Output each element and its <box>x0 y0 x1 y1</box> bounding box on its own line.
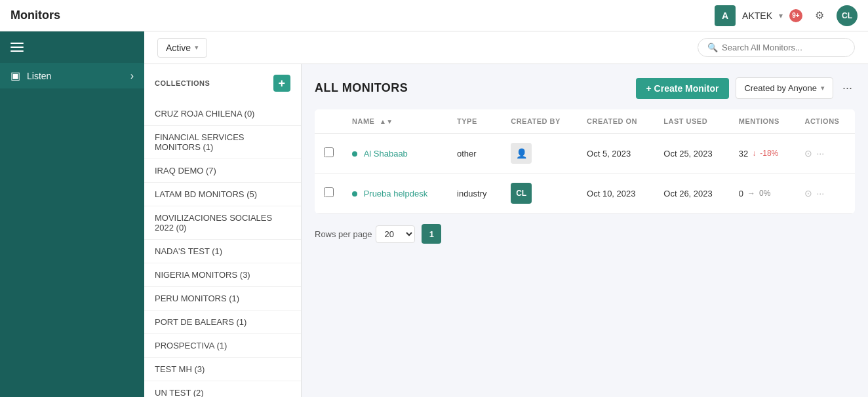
sidebar-item-listen[interactable]: ▣ Listen › <box>0 63 144 88</box>
rows-per-page-select[interactable]: 20 50 100 <box>376 225 415 243</box>
collection-count: (1) <box>237 317 247 327</box>
sidebar-toggle[interactable] <box>0 31 144 63</box>
app-title: Monitors <box>10 9 60 22</box>
created-by-label: Created by Anyone <box>744 83 817 93</box>
table-row: Prueba helpdesk industry CL Oct 10, 2023… <box>315 174 855 214</box>
sidebar-chevron: › <box>130 70 134 82</box>
collection-name: MOVILIZACIONES SOCIALES 2022 <box>155 213 272 233</box>
collection-count: (3) <box>194 364 205 374</box>
collection-count: (2) <box>193 388 204 397</box>
svg-rect-2 <box>10 50 24 52</box>
collection-count: (1) <box>229 293 239 303</box>
search-icon: 🔍 <box>707 43 718 52</box>
list-item[interactable]: NADA'S TEST (1) <box>144 240 301 263</box>
collection-count: (5) <box>247 189 257 199</box>
content-area: Active ▾ 🔍 COLLECTIONS + CRUZ ROJA CHILE… <box>144 31 868 397</box>
monitor-action-icon[interactable]: ⊙ <box>804 188 812 198</box>
list-item[interactable]: IRAQ DEMO (7) <box>144 159 301 183</box>
table-header-row: NAME ▲▼ TYPE CREATED BY CREATED ON LAST … <box>315 109 855 134</box>
sidebar-item-listen-left: ▣ Listen <box>10 69 51 82</box>
user-avatar-cl[interactable]: CL <box>837 5 858 26</box>
list-item[interactable]: MOVILIZACIONES SOCIALES 2022 (0) <box>144 206 301 240</box>
row-checkbox[interactable] <box>324 187 334 197</box>
header-last-used: LAST USED <box>654 109 729 134</box>
list-item[interactable]: NIGERIA MONITORS (3) <box>144 263 301 287</box>
topnav: Monitors A AKTEK ▾ 9+ ⚙ CL <box>0 0 868 31</box>
user-chevron[interactable]: ▾ <box>779 11 783 20</box>
more-row-icon[interactable]: ··· <box>816 148 824 159</box>
mentions-cell: 0 → 0% <box>739 189 787 198</box>
collection-name: FINANCIAL SERVICES MONITORS <box>155 132 245 152</box>
sidebar-item-listen-label: Listen <box>27 71 51 81</box>
list-item[interactable]: PROSPECTIVA (1) <box>144 334 301 358</box>
menu-icon <box>10 41 24 54</box>
svg-rect-0 <box>10 43 24 44</box>
list-item[interactable]: TEST MH (3) <box>144 358 301 381</box>
main-layout: ▣ Listen › Active ▾ 🔍 COLLECTIONS <box>0 31 868 397</box>
row-created-by: 👤 <box>502 134 578 174</box>
trend-value: -18% <box>760 149 778 158</box>
status-dot <box>352 191 357 197</box>
header-name: NAME ▲▼ <box>343 109 448 134</box>
collection-name: IRAQ DEMO <box>155 166 203 176</box>
collection-name: TEST MH <box>155 364 192 374</box>
rows-per-page: Rows per page 20 50 100 <box>315 225 415 243</box>
monitor-name-link[interactable]: Al Shabaab <box>364 149 408 159</box>
created-by-dropdown[interactable]: Created by Anyone ▾ <box>736 77 833 99</box>
collection-count: (7) <box>206 166 216 176</box>
list-item[interactable]: PORT DE BALEARS (1) <box>144 311 301 334</box>
collection-name: LATAM BD MONITORS <box>155 189 245 199</box>
notification-badge[interactable]: 9+ <box>789 9 802 22</box>
avatar: CL <box>511 183 532 204</box>
trend-down-icon: ↓ <box>752 149 756 158</box>
avatar: 👤 <box>511 143 532 164</box>
list-item[interactable]: PERU MONITORS (1) <box>144 287 301 311</box>
monitors-area: COLLECTIONS + CRUZ ROJA CHILENA (0) FINA… <box>144 64 868 397</box>
search-input[interactable] <box>722 43 845 52</box>
search-box: 🔍 <box>698 38 855 57</box>
header-mentions: MENTIONS <box>730 109 796 134</box>
list-item[interactable]: UN TEST (2) <box>144 381 301 397</box>
page-1-button[interactable]: 1 <box>422 224 441 244</box>
row-checkbox[interactable] <box>324 147 334 157</box>
created-by-chevron: ▾ <box>821 84 825 92</box>
active-label: Active <box>166 43 191 53</box>
mentions-count: 32 <box>739 149 748 159</box>
settings-icon[interactable]: ⚙ <box>809 5 830 26</box>
monitor-name-link[interactable]: Prueba helpdesk <box>364 189 428 198</box>
more-options-icon[interactable]: ··· <box>840 79 855 98</box>
more-row-icon[interactable]: ··· <box>816 188 824 198</box>
create-monitor-button[interactable]: + Create Monitor <box>636 78 730 99</box>
monitor-action-icon[interactable]: ⊙ <box>804 148 812 159</box>
header-type: TYPE <box>448 109 502 134</box>
sub-header: Active ▾ 🔍 <box>144 31 868 64</box>
collection-name: CRUZ ROJA CHILENA <box>155 109 242 119</box>
collection-name: NADA'S TEST <box>155 246 210 256</box>
collections-panel: COLLECTIONS + CRUZ ROJA CHILENA (0) FINA… <box>144 64 302 397</box>
list-item[interactable]: FINANCIAL SERVICES MONITORS (1) <box>144 126 301 159</box>
monitors-table-area: ALL MONITORS + Create Monitor Created by… <box>302 64 868 397</box>
row-actions-cell: ⊙ ··· <box>804 148 846 159</box>
pagination: Rows per page 20 50 100 1 <box>315 224 855 244</box>
row-created-by: CL <box>502 174 578 214</box>
collection-name: NIGERIA MONITORS <box>155 270 237 280</box>
monitors-header: ALL MONITORS + Create Monitor Created by… <box>315 77 855 99</box>
monitors-header-right: + Create Monitor Created by Anyone ▾ ··· <box>636 77 855 99</box>
list-item[interactable]: LATAM BD MONITORS (5) <box>144 183 301 206</box>
header-created-on: CREATED ON <box>578 109 654 134</box>
list-item[interactable]: CRUZ ROJA CHILENA (0) <box>144 102 301 126</box>
row-mentions: 32 ↓ -18% <box>730 134 796 174</box>
sort-icon[interactable]: ▲▼ <box>380 118 393 125</box>
active-dropdown[interactable]: Active ▾ <box>157 38 207 58</box>
collection-name: PORT DE BALEARS <box>155 317 234 327</box>
user-avatar-a: A <box>715 5 736 26</box>
row-actions-cell: ⊙ ··· <box>804 188 846 198</box>
row-mentions: 0 → 0% <box>730 174 796 214</box>
collection-count: (3) <box>240 270 250 280</box>
header-actions: ACTIONS <box>795 109 855 134</box>
monitors-title: ALL MONITORS <box>315 81 408 95</box>
row-checkbox-cell <box>315 134 343 174</box>
add-collection-button[interactable]: + <box>273 75 290 92</box>
row-checkbox-cell <box>315 174 343 214</box>
svg-rect-1 <box>10 47 24 48</box>
